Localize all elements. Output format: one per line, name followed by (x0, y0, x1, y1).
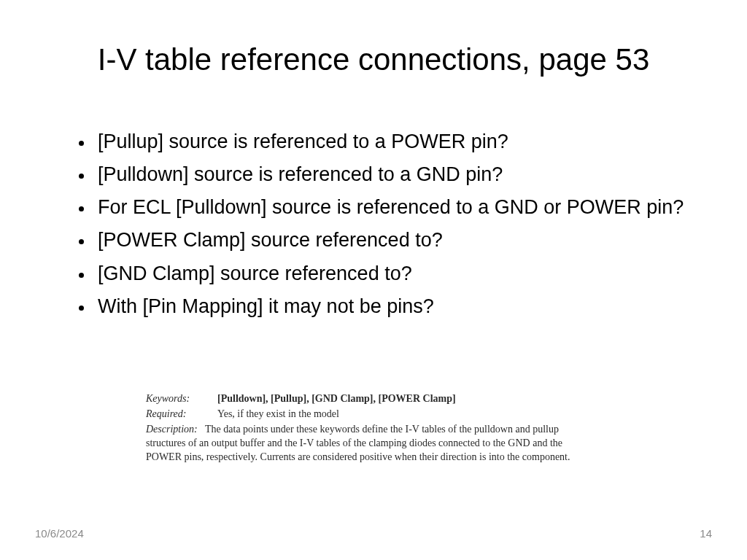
excerpt-description-label: Description: (146, 424, 198, 435)
footer-date: 10/6/2024 (35, 527, 84, 540)
excerpt-required-label: Required: (146, 408, 217, 421)
bullet-list: [Pullup] source is referenced to a POWER… (71, 128, 696, 321)
excerpt-required-row: Required: Yes, if they exist in the mode… (146, 408, 598, 421)
excerpt-required-value: Yes, if they exist in the model (217, 408, 598, 421)
slide-title: I-V table reference connections, page 53 (0, 42, 747, 77)
excerpt-description-value: The data points under these keywords def… (146, 424, 570, 462)
excerpt-keywords-row: Keywords: [Pulldown], [Pullup], [GND Cla… (146, 392, 598, 406)
spec-excerpt: Keywords: [Pulldown], [Pullup], [GND Cla… (146, 392, 598, 464)
footer-page-number: 14 (700, 527, 712, 540)
excerpt-keywords-value: [Pulldown], [Pullup], [GND Clamp], [POWE… (217, 392, 598, 406)
excerpt-description-row: Description: The data points under these… (146, 423, 598, 464)
slide-body: [Pullup] source is referenced to a POWER… (71, 128, 696, 325)
excerpt-keywords-bold: [Pulldown], [Pullup], [GND Clamp], [POWE… (217, 393, 456, 404)
bullet-item: [Pullup] source is referenced to a POWER… (93, 128, 696, 156)
bullet-item: [Pulldown] source is referenced to a GND… (93, 160, 696, 189)
bullet-item: With [Pin Mapping] it may not be pins? (93, 292, 696, 321)
bullet-item: For ECL [Pulldown] source is referenced … (93, 193, 696, 222)
bullet-item: [GND Clamp] source referenced to? (93, 260, 696, 288)
bullet-item: [POWER Clamp] source referenced to? (93, 226, 696, 254)
slide: I-V table reference connections, page 53… (0, 0, 747, 560)
excerpt-keywords-label: Keywords: (146, 392, 217, 406)
